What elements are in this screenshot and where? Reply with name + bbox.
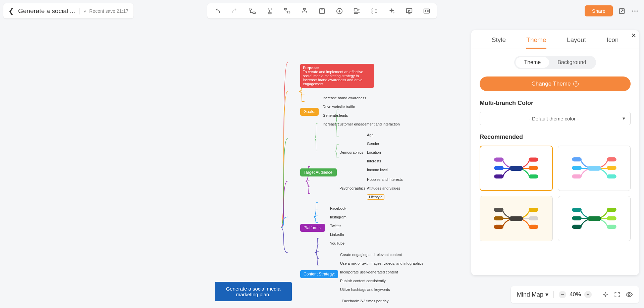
leaf[interactable]: Interests bbox=[367, 159, 381, 163]
panel-tabs: Style Theme Layout Icon bbox=[471, 30, 639, 49]
chevron-down-icon: ▾ bbox=[623, 115, 625, 121]
close-icon[interactable]: ✕ bbox=[631, 32, 636, 39]
top-right-actions: Share bbox=[585, 3, 639, 18]
svg-point-13 bbox=[632, 10, 634, 12]
svg-rect-21 bbox=[529, 166, 538, 170]
leaf[interactable]: Attitudes and values bbox=[367, 186, 400, 190]
svg-rect-33 bbox=[494, 225, 503, 229]
bottom-bar: Mind Map ▾ − 40% + bbox=[511, 286, 639, 303]
leaf[interactable]: Location bbox=[367, 150, 381, 154]
leaf[interactable]: LinkedIn bbox=[330, 233, 344, 237]
tab-theme[interactable]: Theme bbox=[526, 36, 546, 49]
share-button[interactable]: Share bbox=[585, 5, 613, 16]
leaf[interactable]: Generate leads bbox=[323, 113, 348, 117]
chevron-down-icon: ▾ bbox=[545, 291, 548, 298]
svg-rect-4 bbox=[284, 8, 287, 10]
svg-point-14 bbox=[634, 10, 636, 12]
fit-icon[interactable] bbox=[602, 291, 609, 298]
ai-icon[interactable] bbox=[423, 7, 431, 15]
redo-icon[interactable] bbox=[231, 7, 239, 15]
svg-rect-16 bbox=[509, 166, 523, 170]
svg-rect-11 bbox=[424, 9, 430, 13]
leaf[interactable]: Age bbox=[367, 133, 374, 137]
svg-rect-37 bbox=[587, 216, 601, 221]
svg-rect-1 bbox=[253, 12, 255, 13]
present-icon[interactable] bbox=[405, 7, 413, 15]
leaf[interactable]: Gender bbox=[367, 142, 379, 146]
fullscreen-icon[interactable] bbox=[614, 291, 621, 298]
svg-rect-9 bbox=[354, 8, 357, 11]
svg-rect-3 bbox=[268, 12, 271, 14]
theme-card-2[interactable] bbox=[558, 146, 631, 191]
leaf[interactable]: Facebook bbox=[330, 206, 346, 210]
purpose-node[interactable]: Purpose: To create and implement an effe… bbox=[300, 64, 374, 88]
leaf[interactable]: Hobbies and interests bbox=[367, 177, 402, 182]
svg-rect-43 bbox=[607, 225, 616, 229]
leaf[interactable]: Facebook: 2-3 times per day bbox=[342, 299, 388, 303]
subtab-theme[interactable]: Theme bbox=[516, 57, 549, 68]
open-external-icon[interactable] bbox=[618, 7, 626, 15]
subtab-background[interactable]: Background bbox=[549, 57, 594, 68]
breadcrumb: ❮ Generate a social ... ✓ Recent save 21… bbox=[3, 3, 133, 18]
change-theme-button[interactable]: Change Theme ? bbox=[480, 76, 631, 91]
svg-rect-22 bbox=[529, 174, 538, 178]
leaf[interactable]: Use a mix of text, images, videos, and i… bbox=[340, 261, 423, 265]
svg-rect-36 bbox=[529, 225, 538, 229]
theme-grid bbox=[480, 146, 631, 241]
subtopic-icon[interactable] bbox=[248, 7, 256, 15]
svg-rect-29 bbox=[607, 174, 616, 178]
zoom-out-button[interactable]: − bbox=[559, 291, 566, 298]
undo-icon[interactable] bbox=[213, 7, 221, 15]
goals-node[interactable]: Goals: bbox=[300, 108, 319, 116]
color-dropdown[interactable]: - Default theme color - ▾ bbox=[480, 112, 631, 125]
leaf[interactable]: Publish content consistently bbox=[340, 279, 386, 283]
recommended-label: Recommended bbox=[480, 134, 631, 141]
sub-node[interactable]: Psychographics bbox=[339, 186, 366, 190]
leaf[interactable]: Utilize hashtags and keywords bbox=[340, 288, 390, 292]
relationship-icon[interactable] bbox=[301, 7, 309, 15]
floating-topic-icon[interactable] bbox=[283, 7, 291, 15]
leaf[interactable]: Instagram bbox=[330, 215, 346, 219]
theme-card-3[interactable] bbox=[480, 196, 553, 241]
style-brush-icon[interactable] bbox=[388, 7, 396, 15]
theme-card-1[interactable] bbox=[480, 146, 553, 191]
save-status: ✓ Recent save 21:17 bbox=[84, 8, 128, 14]
platforms-node[interactable]: Platforms: bbox=[300, 224, 325, 232]
svg-rect-28 bbox=[607, 166, 616, 170]
leaf-selected[interactable]: Lifestyle bbox=[367, 194, 384, 200]
zoom-in-button[interactable]: + bbox=[584, 291, 592, 298]
leaf[interactable]: Twitter bbox=[330, 224, 341, 228]
mindmap-canvas[interactable]: Generate a social media marketing plan. … bbox=[0, 23, 490, 308]
sub-node[interactable]: Demographics bbox=[339, 150, 363, 154]
leaf[interactable]: Create engaging and relevant content bbox=[340, 253, 402, 257]
svg-rect-5 bbox=[287, 11, 290, 13]
summary-icon[interactable] bbox=[370, 7, 378, 15]
svg-rect-20 bbox=[529, 157, 538, 161]
leaf[interactable]: Increase brand awareness bbox=[323, 96, 366, 100]
target-node[interactable]: Target Audience: bbox=[300, 168, 337, 176]
leaf[interactable]: Incorporate user-generated content bbox=[340, 270, 398, 274]
topic-below-icon[interactable] bbox=[266, 7, 274, 15]
tab-icon[interactable]: Icon bbox=[606, 36, 619, 49]
svg-rect-35 bbox=[529, 216, 538, 220]
leaf[interactable]: Income level bbox=[367, 168, 388, 172]
root-node[interactable]: Generate a social media marketing plan. bbox=[215, 282, 292, 301]
text-icon[interactable] bbox=[318, 7, 326, 15]
more-icon[interactable] bbox=[631, 7, 639, 15]
leaf[interactable]: Drive website traffic bbox=[323, 105, 355, 109]
svg-rect-2 bbox=[268, 8, 271, 10]
doc-title[interactable]: Generate a social ... bbox=[18, 7, 75, 15]
svg-rect-17 bbox=[494, 157, 503, 161]
theme-card-4[interactable] bbox=[558, 196, 631, 241]
leaf[interactable]: Increase customer engagement and interac… bbox=[323, 122, 400, 126]
back-icon[interactable]: ❮ bbox=[8, 7, 14, 15]
insert-icon[interactable] bbox=[353, 7, 361, 15]
zoom-in-icon[interactable] bbox=[335, 7, 343, 15]
svg-rect-0 bbox=[249, 8, 252, 10]
tab-layout[interactable]: Layout bbox=[567, 36, 586, 49]
preview-icon[interactable] bbox=[626, 291, 633, 298]
leaf[interactable]: YouTube bbox=[330, 241, 344, 245]
content-node[interactable]: Content Strategy: bbox=[300, 270, 338, 278]
tab-style[interactable]: Style bbox=[492, 36, 506, 49]
view-mode-select[interactable]: Mind Map ▾ bbox=[517, 291, 548, 298]
